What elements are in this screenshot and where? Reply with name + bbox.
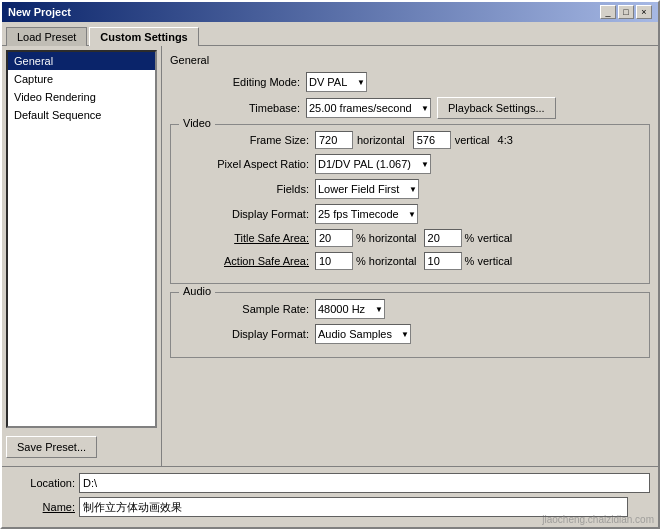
- right-panel: General Editing Mode: DV PAL Timebase: 2…: [162, 46, 658, 466]
- minimize-button[interactable]: _: [600, 5, 616, 19]
- frame-size-width-input[interactable]: [315, 131, 353, 149]
- tab-custom-settings[interactable]: Custom Settings: [89, 27, 198, 46]
- frame-size-label: Frame Size:: [179, 134, 309, 146]
- video-groupbox: Video Frame Size: horizontal vertical 4:…: [170, 124, 650, 284]
- video-section-title: Video: [179, 117, 215, 129]
- close-button[interactable]: ×: [636, 5, 652, 19]
- frame-size-height-input[interactable]: [413, 131, 451, 149]
- location-row: Location:: [10, 473, 650, 493]
- editing-mode-select[interactable]: DV PAL: [306, 72, 367, 92]
- main-content: General Capture Video Rendering Default …: [2, 45, 658, 466]
- audio-display-format-label: Display Format:: [179, 328, 309, 340]
- title-safe-h-input[interactable]: [315, 229, 353, 247]
- video-display-format-select[interactable]: 25 fps Timecode: [315, 204, 418, 224]
- video-display-format-row: Display Format: 25 fps Timecode: [179, 204, 641, 224]
- editing-mode-select-wrapper: DV PAL: [306, 72, 367, 92]
- sidebar-item-video-rendering[interactable]: Video Rendering: [8, 88, 155, 106]
- sidebar-item-default-sequence[interactable]: Default Sequence: [8, 106, 155, 124]
- horizontal-label: horizontal: [353, 133, 409, 147]
- save-preset-button[interactable]: Save Preset...: [6, 436, 97, 458]
- timebase-select-wrapper: 25.00 frames/second: [306, 98, 431, 118]
- title-safe-label: Title Safe Area:: [179, 232, 309, 244]
- frame-size-row: Frame Size: horizontal vertical 4:3: [179, 131, 641, 149]
- maximize-button[interactable]: □: [618, 5, 634, 19]
- audio-section-title: Audio: [179, 285, 215, 297]
- audio-display-format-select[interactable]: Audio Samples: [315, 324, 411, 344]
- action-safe-v-input[interactable]: [424, 252, 462, 270]
- tab-bar: Load Preset Custom Settings: [2, 22, 658, 45]
- pixel-aspect-select[interactable]: D1/DV PAL (1.067): [315, 154, 431, 174]
- location-label: Location:: [10, 477, 75, 489]
- pixel-aspect-row: Pixel Aspect Ratio: D1/DV PAL (1.067): [179, 154, 641, 174]
- sidebar-item-general[interactable]: General: [8, 52, 155, 70]
- pixel-aspect-select-wrapper: D1/DV PAL (1.067): [315, 154, 431, 174]
- sidebar-item-capture[interactable]: Capture: [8, 70, 155, 88]
- aspect-ratio: 4:3: [498, 134, 513, 146]
- save-preset-area: Save Preset...: [6, 428, 157, 462]
- fields-label: Fields:: [179, 183, 309, 195]
- playback-settings-button[interactable]: Playback Settings...: [437, 97, 556, 119]
- video-display-format-label: Display Format:: [179, 208, 309, 220]
- timebase-label: Timebase:: [170, 102, 300, 114]
- title-safe-v-label: % vertical: [465, 232, 513, 244]
- audio-display-format-select-wrapper: Audio Samples: [315, 324, 411, 344]
- title-bar: New Project _ □ ×: [2, 2, 658, 22]
- timebase-row: Timebase: 25.00 frames/second Playback S…: [170, 97, 650, 119]
- sample-rate-select-wrapper: 48000 Hz: [315, 299, 385, 319]
- sample-rate-label: Sample Rate:: [179, 303, 309, 315]
- fields-select-wrapper: Lower Field First: [315, 179, 419, 199]
- window-title: New Project: [8, 6, 71, 18]
- editing-mode-label: Editing Mode:: [170, 76, 300, 88]
- title-safe-row: Title Safe Area: % horizontal % vertical: [179, 229, 641, 247]
- timebase-select[interactable]: 25.00 frames/second: [306, 98, 431, 118]
- action-safe-label: Action Safe Area:: [179, 255, 309, 267]
- action-safe-row: Action Safe Area: % horizontal % vertica…: [179, 252, 641, 270]
- location-input[interactable]: [79, 473, 650, 493]
- title-safe-v-input[interactable]: [424, 229, 462, 247]
- fields-select[interactable]: Lower Field First: [315, 179, 419, 199]
- audio-display-format-row: Display Format: Audio Samples: [179, 324, 641, 344]
- audio-groupbox: Audio Sample Rate: 48000 Hz Display Form…: [170, 292, 650, 358]
- general-section-title: General: [170, 54, 650, 66]
- title-safe-h-label: % horizontal: [356, 232, 417, 244]
- sample-rate-select[interactable]: 48000 Hz: [315, 299, 385, 319]
- watermark: jiaocheng.chaizidian.com: [542, 514, 654, 525]
- vertical-label: vertical: [451, 133, 494, 147]
- action-safe-h-input[interactable]: [315, 252, 353, 270]
- video-display-format-select-wrapper: 25 fps Timecode: [315, 204, 418, 224]
- pixel-aspect-label: Pixel Aspect Ratio:: [179, 158, 309, 170]
- name-label: Name:: [10, 501, 75, 513]
- editing-mode-row: Editing Mode: DV PAL: [170, 72, 650, 92]
- action-safe-h-label: % horizontal: [356, 255, 417, 267]
- fields-row: Fields: Lower Field First: [179, 179, 641, 199]
- left-panel: General Capture Video Rendering Default …: [2, 46, 162, 466]
- nav-list: General Capture Video Rendering Default …: [6, 50, 157, 428]
- action-safe-v-label: % vertical: [465, 255, 513, 267]
- sample-rate-row: Sample Rate: 48000 Hz: [179, 299, 641, 319]
- tab-load-preset[interactable]: Load Preset: [6, 27, 87, 46]
- title-bar-buttons: _ □ ×: [600, 5, 652, 19]
